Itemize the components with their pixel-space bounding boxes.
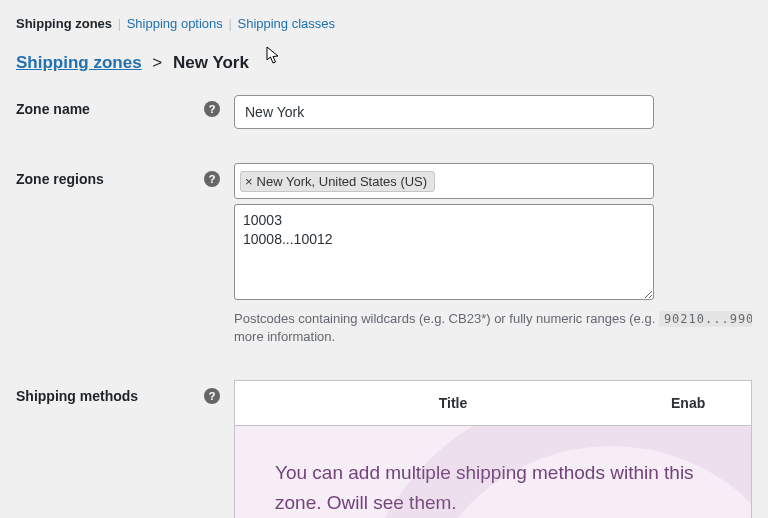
shipping-methods-label: Shipping methods [16,388,138,404]
remove-tag-icon[interactable]: × [245,174,253,189]
hint-code: 90210...99000 [659,311,752,327]
help-icon[interactable]: ? [204,101,220,117]
tab-separator: | [118,16,121,31]
methods-empty-text: You can add multiple shipping methods wi… [275,462,694,512]
zone-name-label: Zone name [16,101,90,117]
zone-regions-label: Zone regions [16,171,104,187]
tab-shipping-zones[interactable]: Shipping zones [16,16,112,31]
tab-separator: | [228,16,231,31]
methods-empty-state: You can add multiple shipping methods wi… [234,425,752,518]
postcodes-hint: Postcodes containing wildcards (e.g. CB2… [234,310,752,346]
breadcrumb-current: New York [173,53,249,72]
tab-shipping-classes[interactable]: Shipping classes [237,16,335,31]
shipping-subnav: Shipping zones | Shipping options | Ship… [0,0,768,39]
tab-shipping-options[interactable]: Shipping options [127,16,223,31]
breadcrumb-separator: > [152,53,162,72]
methods-table-header: Title Enab [234,380,752,425]
hint-text: more information. [234,329,335,344]
postcodes-textarea[interactable] [234,204,654,300]
region-tag: × New York, United States (US) [240,171,435,192]
help-icon[interactable]: ? [204,171,220,187]
methods-col-enabled: Enab [671,381,751,425]
help-icon[interactable]: ? [204,388,220,404]
zone-name-input[interactable] [234,95,654,129]
zone-regions-select[interactable]: × New York, United States (US) [234,163,654,199]
methods-col-title: Title [235,381,671,425]
region-tag-label: New York, United States (US) [257,174,428,189]
breadcrumb-root-link[interactable]: Shipping zones [16,53,142,72]
hint-text: Postcodes containing wildcards (e.g. CB2… [234,311,659,326]
breadcrumb: Shipping zones > New York [0,39,768,79]
